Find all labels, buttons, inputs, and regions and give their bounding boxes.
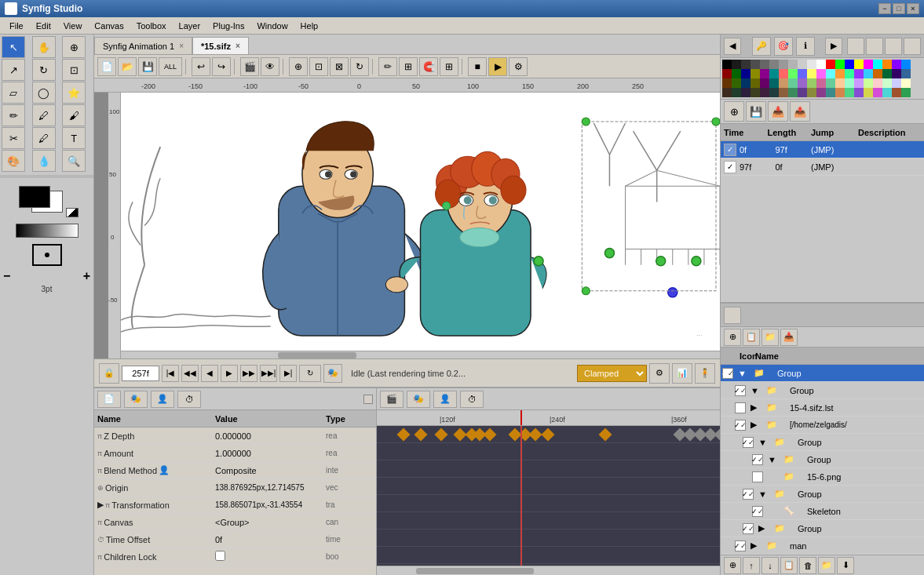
expand-1[interactable]: ▼ [751,386,766,395]
panel-extra-3[interactable] [885,38,902,55]
layer-check-2[interactable] [735,402,746,413]
layer-tool-3[interactable]: 📁 [761,329,779,346]
lock-btn[interactable]: 🔒 [99,363,119,384]
nav-fwd-btn[interactable]: ▶ [825,38,842,55]
panel-icon-2[interactable]: 🎯 [774,37,793,56]
palette-color-71[interactable] [826,88,835,97]
palette-color-5[interactable] [769,60,779,69]
layer-check-1[interactable]: ✓ [735,385,746,396]
palette-color-28[interactable] [798,69,807,78]
tool-brush[interactable]: 🖌 [62,104,86,126]
palette-color-59[interactable] [901,78,911,88]
tool-cut[interactable]: ✂ [2,127,25,149]
open-btn[interactable]: 📂 [118,57,137,76]
palette-color-67[interactable] [788,88,798,97]
timeline-tab-3[interactable]: 👤 [433,391,457,408]
panel-icon-info[interactable]: ℹ [796,37,815,56]
save-btn[interactable]: 💾 [138,57,157,76]
menu-item-plug-ins[interactable]: Plug-Ins [206,20,250,32]
prop-row-childlock[interactable]: π Children Lock boo [94,548,376,566]
palette-color-36[interactable] [873,69,882,78]
timeline-scroll-thumb[interactable] [416,568,534,574]
layer-row-group-5[interactable]: ✓ ▶ 📁 Group [721,520,924,537]
palette-color-31[interactable] [826,69,835,78]
next-keyframe-btn[interactable]: ▶▶| [260,365,277,382]
grid2-btn[interactable]: ⊞ [440,57,458,76]
palette-color-9[interactable] [807,60,816,69]
expand-3[interactable]: ▶ [751,420,766,430]
frame-input[interactable] [122,366,159,381]
prop-tab-btn-1[interactable]: 📄 [97,391,121,408]
undo-btn[interactable]: ↩ [192,57,210,76]
prop-row-timeoffset[interactable]: ⏱ Time Offset 0f time [94,531,376,548]
layer-tool-4[interactable]: 📥 [780,329,798,346]
layer-check-9[interactable]: ✓ [743,523,754,534]
animate-character-btn[interactable]: 🧍 [695,363,715,384]
palette-color-66[interactable] [779,88,788,97]
palette-color-47[interactable] [788,78,798,88]
palette-color-2[interactable] [741,60,751,69]
animate-icon-btn[interactable]: 🎭 [323,364,342,383]
tool-smooth[interactable]: 🖊 [32,127,56,149]
palette-color-54[interactable] [854,78,864,88]
prop-row-canvas[interactable]: π Canvas <Group> can [94,514,376,531]
prop-tab-btn-3[interactable]: 👤 [151,391,174,408]
waypoint-row-2[interactable]: ✓ 97f 0f (JMP) [721,158,924,176]
layer-check-3[interactable]: ✓ [735,420,746,431]
menu-item-toolbox[interactable]: Toolbox [130,20,173,32]
tab-15sifz-close[interactable]: × [236,42,240,50]
palette-color-16[interactable] [873,60,882,69]
layer-bottom-2[interactable]: ↑ [743,557,760,574]
minus-button[interactable]: − [3,269,10,283]
palette-color-33[interactable] [845,69,854,78]
palette-color-62[interactable] [741,88,751,97]
palette-color-64[interactable] [760,88,769,97]
palette-color-25[interactable] [769,69,779,78]
palette-color-70[interactable] [816,88,826,97]
keyframe-1-2[interactable] [415,428,428,441]
panel-icon-1[interactable]: 🔑 [752,37,771,56]
palette-add-btn[interactable]: ⊕ [724,101,744,122]
layer-check-0[interactable]: ✓ [722,368,733,379]
menu-item-window[interactable]: Window [250,20,294,32]
palette-color-22[interactable] [741,69,751,78]
layer-row-group-1[interactable]: ✓ ▼ 📁 Group [721,382,924,399]
palette-color-75[interactable] [864,88,873,97]
menu-item-edit[interactable]: Edit [30,20,57,32]
layer-check-4[interactable]: ✓ [743,437,754,448]
palette-color-58[interactable] [892,78,901,88]
keyframe-r-5[interactable] [714,428,720,441]
palette-color-7[interactable] [788,60,798,69]
layer-bottom-3[interactable]: ↓ [761,557,779,574]
draw-btn[interactable]: ✏ [378,57,397,76]
palette-color-34[interactable] [854,69,864,78]
palette-color-24[interactable] [760,69,769,78]
layer-row-home[interactable]: ✓ ▶ 📁 [/home/zelgadis/ [721,417,924,434]
palette-color-68[interactable] [798,88,807,97]
redo-btn[interactable]: ↪ [212,57,231,76]
expand-transform[interactable]: ▶ [97,500,104,510]
palette-color-3[interactable] [751,60,760,69]
layer-bottom-4[interactable]: 📋 [780,557,798,574]
render-btn[interactable]: 🎬 [240,57,259,76]
palette-color-6[interactable] [779,60,788,69]
palette-color-69[interactable] [807,88,816,97]
expand-2[interactable]: ▶ [751,402,766,413]
tool-circle[interactable]: ◯ [32,82,56,104]
loop-btn[interactable]: ↻ [350,57,369,76]
expand-0[interactable]: ▼ [738,369,754,378]
menu-item-help[interactable]: Help [294,20,325,32]
tool-copy[interactable]: ⊕ [62,36,86,58]
palette-color-60[interactable] [722,88,732,97]
palette-color-37[interactable] [882,69,892,78]
palette-color-26[interactable] [779,69,788,78]
palette-color-77[interactable] [882,88,892,97]
keyframe-1-1[interactable] [397,428,411,441]
waypoint-row-1[interactable]: ✓ 0f 97f (JMP) [721,141,924,158]
new-btn[interactable]: 📄 [97,57,116,76]
prop-tab-btn-4[interactable]: ⏱ [177,391,201,408]
prev-keyframe-btn[interactable]: ◀◀ [181,365,199,382]
palette-color-30[interactable] [816,69,826,78]
layer-tool-1[interactable]: ⊕ [724,329,741,346]
expand-10[interactable]: ▶ [751,540,766,551]
